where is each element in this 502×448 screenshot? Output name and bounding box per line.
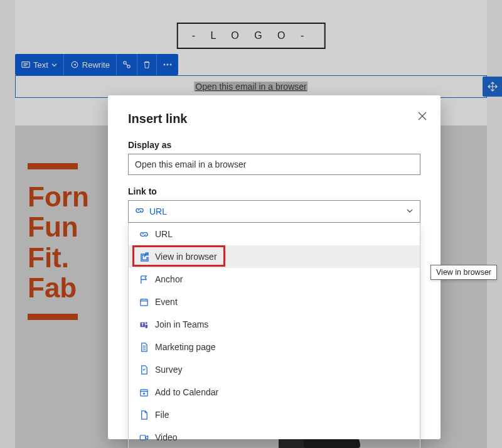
option-video[interactable]: Video (129, 426, 420, 448)
flag-icon (139, 274, 149, 284)
option-label: Add to Calendar (155, 387, 218, 397)
display-as-label: Display as (128, 140, 420, 150)
close-button[interactable] (418, 112, 427, 123)
video-icon (139, 432, 149, 442)
survey-icon (139, 365, 149, 375)
svg-rect-11 (140, 435, 145, 440)
option-event[interactable]: Event (129, 291, 420, 313)
option-anchor[interactable]: Anchor (129, 268, 420, 291)
option-url[interactable]: URL (129, 223, 420, 245)
stage: - L O G O - Forn Fun Fit. Fab Text Rewri… (0, 0, 502, 448)
option-label: Survey (155, 365, 183, 375)
svg-point-9 (145, 322, 147, 324)
display-as-input[interactable] (128, 154, 420, 175)
calendar-icon (139, 297, 149, 307)
option-view-in-browser[interactable]: View in browser (129, 245, 420, 268)
option-file[interactable]: File (129, 403, 420, 426)
link-to-dropdown: URL View in browser Anchor Event Join in… (128, 223, 420, 448)
page-icon (139, 342, 149, 352)
calendar-add-icon (139, 387, 149, 397)
link-to-select[interactable]: URL (128, 200, 420, 223)
option-label: Video (155, 432, 178, 442)
open-external-icon (139, 252, 149, 262)
link-icon (135, 206, 144, 217)
option-survey[interactable]: Survey (129, 358, 420, 381)
option-label: File (155, 410, 169, 420)
option-label: Event (155, 297, 178, 307)
chevron-down-icon (406, 206, 414, 216)
tooltip: View in browser (430, 265, 497, 280)
option-join-in-teams[interactable]: Join in Teams (129, 313, 420, 336)
option-label: Anchor (155, 274, 183, 284)
teams-icon (139, 319, 149, 329)
link-icon (139, 229, 149, 239)
close-icon (418, 112, 427, 120)
link-to-selected-value: URL (149, 206, 167, 216)
svg-rect-7 (140, 299, 147, 305)
dialog-title: Insert link (128, 112, 420, 126)
option-label: Join in Teams (155, 319, 208, 329)
option-label: View in browser (155, 252, 217, 262)
file-icon (139, 410, 149, 420)
option-add-to-calendar[interactable]: Add to Calendar (129, 381, 420, 403)
insert-link-dialog: Insert link Display as Link to URL URL V… (108, 95, 441, 439)
option-label: Marketing page (155, 342, 216, 352)
option-label: URL (155, 229, 173, 239)
option-marketing-page[interactable]: Marketing page (129, 336, 420, 358)
link-to-label: Link to (128, 186, 420, 196)
